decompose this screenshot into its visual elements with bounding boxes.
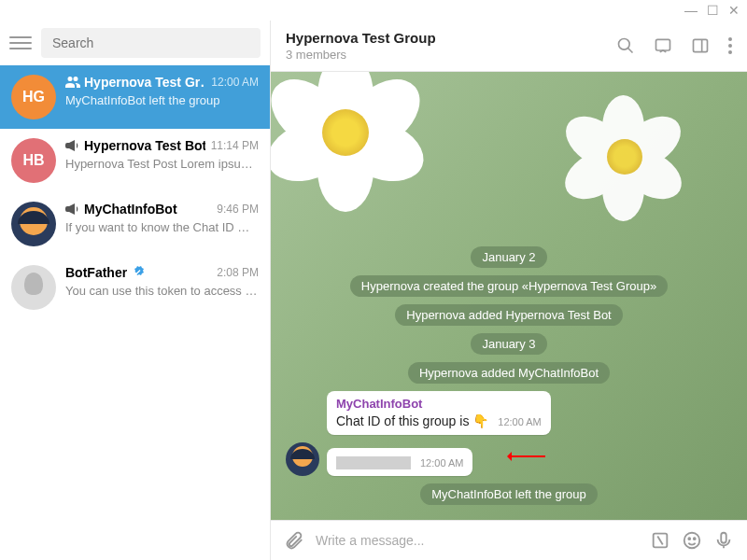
date-separator: January 2 bbox=[471, 246, 546, 268]
chat-item-hypernova-bot[interactable]: HB Hypernova Test Bot 11:14 PM Hypernova… bbox=[0, 129, 270, 192]
message-time: 12:00 AM bbox=[420, 457, 463, 469]
svg-point-8 bbox=[688, 538, 690, 539]
verified-icon bbox=[131, 266, 144, 279]
avatar bbox=[11, 265, 56, 310]
message-sender: MyChatInfoBot bbox=[336, 397, 542, 411]
service-message: MyChatInfoBot left the group bbox=[420, 483, 597, 505]
maximize-icon[interactable]: ☐ bbox=[707, 3, 719, 18]
message-composer bbox=[271, 520, 747, 560]
chat-header: Hypernova Test Group 3 members bbox=[271, 21, 747, 72]
svg-line-1 bbox=[628, 49, 633, 53]
chat-name: Hypernova Test Gr… bbox=[84, 75, 205, 90]
menu-icon[interactable] bbox=[9, 32, 32, 54]
chat-name: Hypernova Test Bot bbox=[84, 138, 205, 153]
commands-icon[interactable] bbox=[650, 530, 670, 551]
chat-time: 9:46 PM bbox=[217, 203, 259, 216]
avatar bbox=[11, 202, 56, 246]
window-titlebar: — ☐ ✕ bbox=[0, 0, 747, 21]
message-bubble[interactable]: 12:00 AM bbox=[327, 448, 472, 476]
service-message: Hypernova added Hypernova Test Bot bbox=[395, 304, 622, 326]
chat-preview: You can use this token to access … bbox=[65, 284, 259, 298]
avatar: HG bbox=[11, 75, 56, 119]
redacted-text bbox=[336, 456, 411, 469]
service-message: Hypernova created the group «Hypernova T… bbox=[350, 275, 668, 297]
date-separator: January 3 bbox=[471, 333, 546, 355]
more-icon[interactable] bbox=[728, 37, 732, 54]
search-icon[interactable] bbox=[616, 36, 635, 55]
chat-name: BotFather bbox=[65, 265, 127, 280]
minimize-icon[interactable]: — bbox=[684, 3, 698, 18]
chat-title: Hypernova Test Group bbox=[286, 30, 436, 46]
attach-icon[interactable] bbox=[284, 530, 304, 551]
emoji-icon[interactable] bbox=[682, 530, 702, 551]
svg-line-6 bbox=[657, 536, 663, 544]
message-bubble[interactable]: MyChatInfoBot Chat ID of this group is 👇… bbox=[327, 391, 551, 435]
chat-subtitle: 3 members bbox=[286, 48, 436, 62]
chat-item-mychatinfobot[interactable]: MyChatInfoBot 9:46 PM If you want to kno… bbox=[0, 192, 270, 256]
message-area: January 2 Hypernova created the group «H… bbox=[271, 72, 747, 520]
chat-content: Hypernova Test Group 3 members bbox=[271, 21, 747, 560]
chat-list: HG Hypernova Test Gr… 12:00 AM MyChatInf… bbox=[0, 65, 270, 560]
chat-item-hypernova-group[interactable]: HG Hypernova Test Gr… 12:00 AM MyChatInf… bbox=[0, 65, 270, 129]
svg-rect-10 bbox=[721, 533, 726, 543]
chat-name: MyChatInfoBot bbox=[84, 202, 177, 217]
comments-icon[interactable] bbox=[654, 36, 672, 55]
svg-point-7 bbox=[684, 533, 700, 549]
chat-header-info[interactable]: Hypernova Test Group 3 members bbox=[286, 30, 436, 62]
chat-time: 12:00 AM bbox=[211, 76, 259, 89]
close-icon[interactable]: ✕ bbox=[728, 3, 740, 18]
svg-rect-2 bbox=[656, 39, 670, 50]
search-input[interactable] bbox=[41, 28, 261, 58]
svg-point-0 bbox=[619, 39, 630, 50]
channel-icon bbox=[65, 203, 80, 215]
svg-point-9 bbox=[694, 538, 696, 539]
sidepanel-icon[interactable] bbox=[691, 36, 710, 55]
message-text: Chat ID of this group is 👇 bbox=[336, 413, 488, 428]
message-row: 12:00 AM bbox=[286, 442, 732, 476]
voice-icon[interactable] bbox=[713, 530, 734, 551]
chat-time: 11:14 PM bbox=[211, 139, 259, 152]
svg-rect-3 bbox=[694, 39, 708, 51]
group-icon bbox=[65, 77, 80, 88]
message-row: MyChatInfoBot Chat ID of this group is 👇… bbox=[286, 391, 732, 435]
chat-preview: If you want to know the Chat ID … bbox=[65, 220, 259, 234]
message-time: 12:00 AM bbox=[498, 416, 541, 427]
message-input[interactable] bbox=[316, 533, 639, 548]
annotation-arrow bbox=[508, 455, 545, 457]
chat-preview: Hypernova Test Post Lorem ipsu… bbox=[65, 157, 259, 171]
sidebar: HG Hypernova Test Gr… 12:00 AM MyChatInf… bbox=[0, 21, 271, 560]
message-avatar[interactable] bbox=[286, 442, 319, 476]
chat-item-botfather[interactable]: BotFather 2:08 PM You can use this token… bbox=[0, 256, 270, 319]
chat-preview: MyChatInfoBot left the group bbox=[65, 93, 259, 107]
service-message: Hypernova added MyChatInfoBot bbox=[408, 362, 610, 384]
channel-icon bbox=[65, 140, 80, 151]
chat-time: 2:08 PM bbox=[217, 266, 259, 279]
avatar: HB bbox=[11, 138, 56, 183]
